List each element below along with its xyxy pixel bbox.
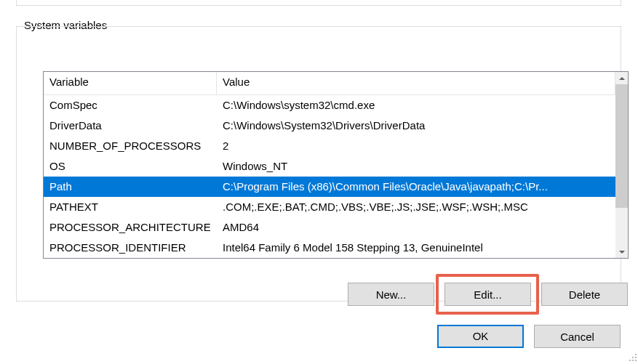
ok-button[interactable]: OK	[437, 325, 524, 348]
scrollbar-thumb[interactable]	[615, 84, 628, 208]
svg-point-4	[632, 360, 634, 361]
cell-variable: Path	[44, 177, 217, 197]
dialog-button-row: OK Cancel	[437, 325, 621, 348]
delete-button[interactable]: Delete	[541, 283, 628, 306]
column-header-variable[interactable]: Variable	[44, 72, 217, 94]
upper-groupbox-fragment	[16, 0, 621, 6]
table-row[interactable]: PROCESSOR_ARCHITECTUREAMD64	[44, 217, 615, 238]
cell-variable: PROCESSOR_ARCHITECTURE	[44, 217, 217, 238]
table-row[interactable]: OSWindows_NT	[44, 156, 615, 177]
cell-value: 2	[217, 136, 615, 156]
system-variables-group: Variable Value ComSpecC:\Windows\system3…	[16, 26, 621, 302]
cell-variable: PATHEXT	[44, 197, 217, 217]
list-header: Variable Value	[44, 72, 615, 95]
list-button-row: New... Edit... Delete	[43, 272, 629, 316]
vertical-scrollbar[interactable]	[615, 72, 628, 258]
cell-value: Windows_NT	[217, 156, 615, 177]
cell-variable: PROCESSOR_IDENTIFIER	[44, 238, 217, 258]
cell-variable: OS	[44, 156, 217, 177]
table-row[interactable]: DriverDataC:\Windows\System32\Drivers\Dr…	[44, 116, 615, 136]
cell-value: C:\Windows\system32\cmd.exe	[217, 95, 615, 116]
table-row[interactable]: PROCESSOR_IDENTIFIERIntel64 Family 6 Mod…	[44, 238, 615, 258]
table-row[interactable]: ComSpecC:\Windows\system32\cmd.exe	[44, 95, 615, 116]
scroll-down-arrow-icon[interactable]	[615, 246, 628, 258]
svg-point-2	[635, 357, 637, 358]
cell-value: C:\Program Files (x86)\Common Files\Orac…	[217, 177, 615, 197]
table-row[interactable]: NUMBER_OF_PROCESSORS2	[44, 136, 615, 156]
svg-point-0	[635, 354, 637, 355]
new-button[interactable]: New...	[348, 283, 434, 306]
svg-point-3	[629, 360, 631, 361]
cell-variable: ComSpec	[44, 95, 217, 116]
svg-point-5	[635, 360, 637, 361]
resize-grip-icon[interactable]	[627, 353, 637, 363]
table-row[interactable]: PATHEXT.COM;.EXE;.BAT;.CMD;.VBS;.VBE;.JS…	[44, 197, 615, 217]
cell-variable: DriverData	[44, 116, 217, 136]
cell-value: .COM;.EXE;.BAT;.CMD;.VBS;.VBE;.JS;.JSE;.…	[217, 197, 615, 217]
cell-variable: NUMBER_OF_PROCESSORS	[44, 136, 217, 156]
cancel-button[interactable]: Cancel	[534, 325, 621, 348]
svg-point-1	[632, 357, 634, 358]
cell-value: Intel64 Family 6 Model 158 Stepping 13, …	[217, 238, 615, 258]
edit-button[interactable]: Edit...	[444, 283, 531, 306]
system-variables-list[interactable]: Variable Value ComSpecC:\Windows\system3…	[43, 71, 629, 259]
cell-value: C:\Windows\System32\Drivers\DriverData	[217, 116, 615, 136]
scroll-up-arrow-icon[interactable]	[615, 72, 628, 84]
table-row[interactable]: PathC:\Program Files (x86)\Common Files\…	[44, 177, 615, 197]
column-header-value[interactable]: Value	[217, 72, 615, 94]
cell-value: AMD64	[217, 217, 615, 238]
